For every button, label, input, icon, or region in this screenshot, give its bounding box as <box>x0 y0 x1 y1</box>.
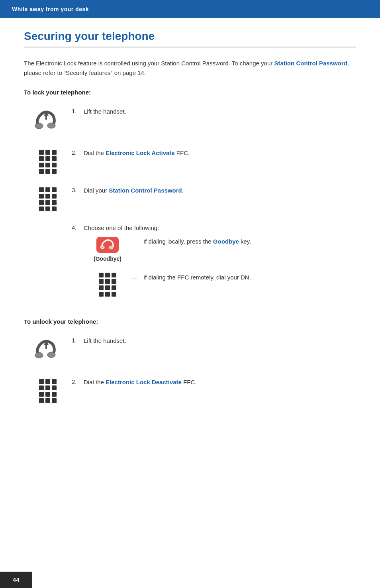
keypad-grid-2 <box>39 150 57 174</box>
dn-step-text: If dialing the FFC remotely, dial your D… <box>143 273 356 282</box>
unlock-heading: To unlock your telephone: <box>24 318 356 325</box>
intro-text-part1: The Electronic Lock feature is controlle… <box>24 60 274 67</box>
svg-point-0 <box>35 123 43 129</box>
goodbye-icon-container: (Goodbye) <box>84 237 131 263</box>
lock-step-3-text: Dial your Station Control Password. <box>84 186 356 195</box>
unlock-step-1: 1. Lift the handset. <box>24 336 356 366</box>
lock-step-4-number: 4. <box>72 223 84 231</box>
keypad-icon-unlock-2 <box>24 378 72 403</box>
lock-step-3-number: 3. <box>72 186 84 193</box>
unlock-step-2-number: 2. <box>72 378 84 385</box>
keypad-icon-2 <box>24 148 72 174</box>
header-banner: While away from your desk <box>0 0 380 18</box>
svg-point-1 <box>47 123 55 128</box>
keypad-icon-3 <box>24 186 72 211</box>
lock-step-1-number: 1. <box>72 107 84 114</box>
keypad-grid-unlock <box>39 379 57 403</box>
lock-step-2-number: 2. <box>72 148 84 156</box>
lock-step-4-content: Choose one of the following: <box>84 223 356 306</box>
svg-rect-3 <box>45 116 47 120</box>
dash-dn: — <box>131 273 143 283</box>
page-title: Securing your telephone <box>24 30 356 47</box>
svg-point-4 <box>100 246 104 249</box>
banner-text: While away from your desk <box>12 6 89 12</box>
electronic-lock-activate-highlight: Electronic Lock Activate <box>106 149 175 156</box>
svg-rect-9 <box>45 345 47 349</box>
svg-point-6 <box>35 352 43 358</box>
goodbye-highlight: Goodbye <box>213 238 239 245</box>
intro-highlight: Station Control Password <box>274 60 347 67</box>
svg-point-5 <box>109 246 113 249</box>
goodbye-button-icon <box>96 237 119 253</box>
step-4-icon-empty <box>24 223 72 225</box>
lock-step-4: 4. Choose one of the following: <box>24 223 356 306</box>
lock-step-2-text: Dial the Electronic Lock Activate FFC. <box>84 148 356 158</box>
keypad-icon-dn <box>84 273 131 297</box>
main-content: Securing your telephone The Electronic L… <box>0 18 380 439</box>
footer-page-number: 44 <box>0 572 32 588</box>
unlock-step-1-number: 1. <box>72 336 84 344</box>
lock-step-3: 3. Dial your Station Control Password. <box>24 186 356 211</box>
lock-step-1: 1. Lift the handset. <box>24 107 356 136</box>
unlock-step-2: 2. Dial the Electronic Lock Deactivate F… <box>24 378 356 403</box>
station-control-password-highlight-3: Station Control Password <box>109 187 182 194</box>
dash-goodbye: — <box>131 237 143 247</box>
lock-step-1-text: Lift the handset. <box>84 107 356 116</box>
keypad-grid-3 <box>39 187 57 211</box>
unlock-steps: 1. Lift the handset. 2. Dial the Electro… <box>24 336 356 403</box>
unlock-step-2-text: Dial the Electronic Lock Deactivate FFC. <box>84 378 356 387</box>
goodbye-label: (Goodbye) <box>94 254 121 263</box>
keypad-grid-dn <box>99 273 116 297</box>
intro-paragraph: The Electronic Lock feature is controlle… <box>24 59 356 78</box>
lock-steps: 1. Lift the handset. 2. Dial the Electro… <box>24 107 356 306</box>
handset-icon-1 <box>24 107 72 136</box>
electronic-lock-deactivate-highlight: Electronic Lock Deactivate <box>106 379 182 385</box>
lock-step-2: 2. Dial the Electronic Lock Activate FFC… <box>24 148 356 174</box>
handset-icon-unlock <box>24 336 72 366</box>
goodbye-step-text: If dialing locally, press the Goodbye ke… <box>143 237 356 246</box>
sub-step-goodbye: (Goodbye) — If dialing locally, press th… <box>84 237 356 263</box>
unlock-section: To unlock your telephone: 1. Lift the ha… <box>24 318 356 403</box>
unlock-step-1-text: Lift the handset. <box>84 336 356 346</box>
svg-point-7 <box>47 352 55 358</box>
sub-steps: (Goodbye) — If dialing locally, press th… <box>84 237 356 297</box>
sub-step-dn: — If dialing the FFC remotely, dial your… <box>84 273 356 297</box>
lock-heading: To lock your telephone: <box>24 89 356 96</box>
